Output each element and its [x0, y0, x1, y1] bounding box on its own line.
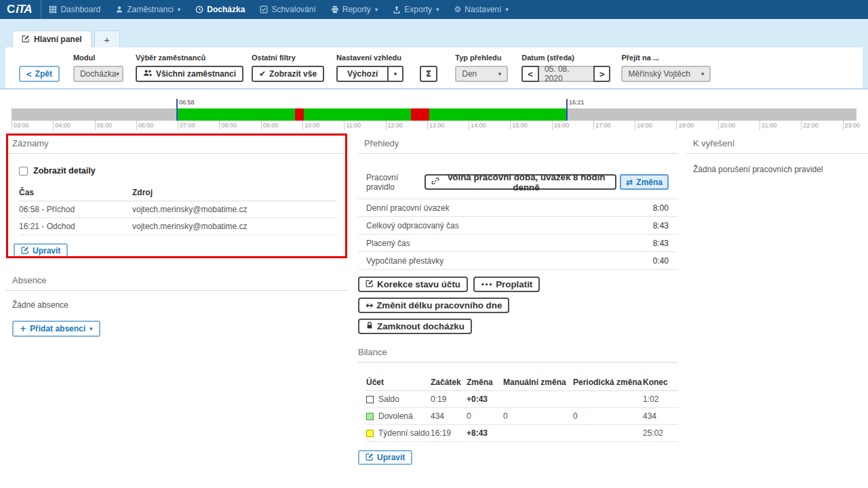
timeline-tick-label: 11:00	[344, 122, 361, 129]
col-header-zdroj: Zdroj	[132, 188, 153, 197]
goto-employee-select[interactable]: Měřínský Vojtěch ▾	[621, 66, 711, 82]
lock-attendance-button[interactable]: Zamknout docházku	[358, 319, 472, 334]
timeline-tick-label: 15:00	[510, 122, 528, 129]
edit-records-button[interactable]: Upravit	[14, 243, 68, 258]
timeline-segment-break[interactable]	[295, 108, 304, 121]
edit-icon	[21, 246, 29, 256]
modul-select[interactable]: Docházka ▾	[73, 66, 123, 82]
balance-col-header: Účet	[366, 373, 431, 391]
view-type-select[interactable]: Den ▾	[455, 66, 508, 82]
app-logo[interactable]: C iTA	[0, 0, 41, 19]
timeline-tick-label: 07:00	[178, 122, 195, 129]
plus-icon: +	[104, 34, 110, 45]
sigma-icon: Σ	[426, 69, 431, 79]
add-tab-button[interactable]: +	[94, 30, 120, 47]
balance-col-header: Začátek	[431, 373, 467, 391]
lock-icon	[366, 321, 374, 331]
change-rule-button[interactable]: ⇄ Změna	[620, 174, 669, 190]
filters-button[interactable]: ✔ Zobrazit vše	[252, 66, 324, 82]
filtry-label: Ostatní filtry	[252, 54, 324, 63]
sigma-button[interactable]: Σ	[420, 66, 437, 82]
typ-label: Typ přehledu	[455, 54, 508, 63]
resize-icon: ↔	[366, 300, 373, 310]
account-color-swatch	[366, 396, 374, 403]
timeline-tick-label: 22:00	[801, 122, 818, 129]
account-color-swatch	[366, 430, 374, 437]
work-rule-button[interactable]: Volná pracovní doba, úvazek 8 hodin denn…	[425, 174, 617, 190]
table-row[interactable]: Saldo	[366, 391, 431, 408]
logo-c: C	[7, 3, 15, 16]
timeline-tick-label: 06:00	[136, 122, 154, 129]
timeline-segment-idle[interactable]	[566, 108, 856, 121]
caret-down-icon: ▾	[394, 70, 397, 77]
show-details-checkbox[interactable]	[19, 167, 28, 176]
timeline-tick-label: 17:00	[593, 122, 611, 129]
swap-icon: ⇄	[626, 178, 633, 187]
add-absence-button[interactable]: + Přidat absenci ▾	[12, 321, 100, 337]
absence-title: Absence	[5, 270, 347, 291]
timeline-segment-break[interactable]	[411, 108, 429, 121]
table-row[interactable]: Dovolená	[366, 408, 431, 425]
appearance-caret-button[interactable]: ▾	[389, 66, 403, 82]
timeline-segment-work[interactable]	[176, 108, 295, 121]
timeline-tick-label: 16:00	[552, 122, 570, 129]
employees-button[interactable]: Všichni zaměstnanci	[136, 66, 243, 82]
nav-item-nastaveni[interactable]: ⚙ Nastavení ▾	[447, 0, 516, 19]
chevron-left-icon: <	[528, 69, 533, 79]
nav-item-exporty[interactable]: Exporty ▾	[385, 0, 446, 19]
caret-down-icon: ▾	[498, 70, 502, 77]
nav-item-dashboard[interactable]: Dashboard	[41, 0, 108, 19]
edit-icon	[366, 453, 374, 463]
payout-button[interactable]: ••• Proplatit	[473, 277, 540, 292]
table-row[interactable]: 06:58 - Příchod vojtech.merinsky@mobatim…	[19, 201, 336, 218]
top-navbar: C iTA Dashboard Zaměstnanci ▾ Docházka S…	[0, 0, 868, 19]
table-row[interactable]: Týdenní saldo	[366, 425, 431, 442]
record-source: vojtech.merinsky@mobatime.cz	[132, 222, 248, 231]
timeline-segment-work[interactable]	[304, 108, 411, 121]
nav-item-dochazka[interactable]: Docházka	[188, 0, 252, 19]
timeline-tick-label: 12:00	[386, 122, 403, 129]
nav-item-reporty[interactable]: Reporty ▾	[323, 0, 386, 19]
timeline-segment-idle[interactable]	[12, 108, 176, 121]
timeline-segment-work[interactable]	[429, 108, 566, 121]
tab-strip: Hlavní panel +	[0, 19, 868, 47]
next-day-button[interactable]: >	[593, 66, 611, 82]
tab-hlavni-panel[interactable]: Hlavní panel	[12, 30, 92, 47]
nav-item-zamestnanci[interactable]: Zaměstnanci ▾	[108, 0, 188, 19]
edit-icon	[22, 35, 30, 45]
datum-label: Datum (středa)	[521, 54, 610, 63]
edit-balance-button[interactable]: Upravit	[358, 450, 412, 465]
col-header-cas: Čas	[19, 188, 132, 197]
change-workday-length-button[interactable]: ↔ Změnit délku pracovního dne	[358, 298, 509, 313]
nav-item-schvalovani[interactable]: Schvalování	[252, 0, 323, 19]
balance-col-header: Změna	[467, 373, 503, 391]
grid-icon	[49, 5, 57, 14]
records-column: Záznamy Zobrazit detaily Čas Zdroj 06:58…	[5, 134, 347, 337]
check-icon: ✔	[259, 69, 266, 79]
timeline: 03:0004:0005:0006:0007:0008:0009:0010:00…	[12, 99, 856, 134]
appearance-select[interactable]: Výchozí	[336, 66, 389, 82]
account-correction-button[interactable]: Korekce stavu účtu	[358, 277, 468, 292]
caret-down-icon: ▾	[505, 6, 509, 13]
timeline-tick-label: 05:00	[95, 122, 113, 129]
timeline-tick-label: 04:00	[53, 122, 71, 129]
caret-down-icon: ▾	[90, 325, 93, 332]
dots-icon: •••	[481, 281, 492, 288]
timeline-bar[interactable]	[12, 108, 856, 121]
table-row[interactable]: 16:21 - Odchod vojtech.merinsky@mobatime…	[19, 218, 336, 235]
record-time: 16:21 - Odchod	[19, 222, 132, 231]
caret-down-icon: ▾	[178, 6, 181, 13]
tab-label: Hlavní panel	[34, 35, 82, 44]
back-button[interactable]: < Zpět	[19, 66, 60, 82]
show-details-label: Zobrazit detaily	[33, 166, 96, 176]
nav-label: Dashboard	[60, 5, 100, 14]
timeline-tick-label: 08:00	[219, 122, 237, 129]
resolve-column: K vyřešení Žádná porušení pracovních pra…	[686, 134, 868, 174]
date-input[interactable]: 05. 08. 2020	[539, 66, 593, 82]
timeline-marker-label: 06:58	[176, 99, 195, 106]
prev-day-button[interactable]: <	[521, 66, 539, 82]
timeline-tick-label: 18:00	[635, 122, 652, 129]
balance-table: Účet Začátek Změna Manuální změna Period…	[358, 363, 678, 442]
resolve-title: K vyřešení	[686, 134, 868, 154]
plus-icon: +	[20, 324, 26, 333]
